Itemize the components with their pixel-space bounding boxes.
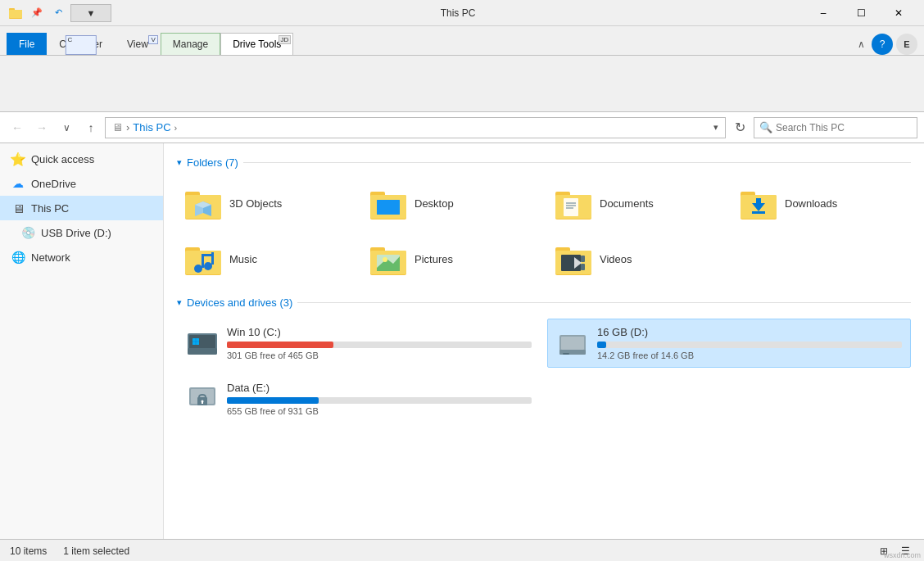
status-bar: 10 items 1 item selected ⊞ ☰ <box>0 539 924 561</box>
folders-section-header[interactable]: ▾ Folders (7) <box>177 156 911 169</box>
drive-c-space: 301 GB free of 465 GB <box>227 351 532 360</box>
folder-videos-label: Videos <box>600 253 632 265</box>
drive-c-name: Win 10 (C:) <box>227 326 532 338</box>
folder-pictures-label: Pictures <box>414 253 453 265</box>
ribbon: File Computer C View V Manage Drive Tool… <box>0 26 924 112</box>
pin-icon[interactable]: 📌 <box>28 4 46 22</box>
content-area: ▾ Folders (7) <box>164 143 924 539</box>
expand-nav-button[interactable]: ∨ <box>56 117 77 138</box>
refresh-button[interactable]: ↻ <box>729 117 750 138</box>
tab-file[interactable]: File <box>7 33 47 55</box>
folder-videos[interactable]: Videos <box>547 234 726 283</box>
folder-pictures[interactable]: Pictures <box>362 234 541 283</box>
folder-music[interactable]: Music <box>177 234 356 283</box>
tab-computer[interactable]: Computer C <box>47 33 115 55</box>
folder-desktop-icon <box>369 183 408 223</box>
window-controls: – ☐ ✕ <box>804 0 917 26</box>
folder-pictures-icon <box>369 239 408 278</box>
drive-e-name: Data (E:) <box>227 382 532 394</box>
undo-icon[interactable]: ↶ <box>49 4 67 22</box>
drive-c-bar-bg <box>227 342 532 348</box>
drive-e-icon <box>186 382 219 415</box>
sidebar-item-quick-access[interactable]: ⭐ Quick access <box>0 147 163 171</box>
usb-icon: 💿 <box>20 224 36 241</box>
folder-3dobjects-icon <box>183 183 223 223</box>
drive-e-space: 655 GB free of 931 GB <box>227 406 532 416</box>
folder-3dobjects[interactable]: 3D Objects <box>177 179 356 228</box>
maximize-button[interactable]: ☐ <box>842 0 880 26</box>
up-button[interactable]: ↑ <box>80 117 102 138</box>
svg-rect-57 <box>563 353 569 355</box>
folder-music-label: Music <box>229 253 257 265</box>
svg-point-30 <box>194 265 202 273</box>
ribbon-expand-button[interactable]: ∧ <box>854 35 868 53</box>
drive-d[interactable]: 16 GB (D:) 14.2 GB free of 14.6 GB <box>547 319 911 368</box>
user-avatar[interactable]: E <box>896 34 917 55</box>
ribbon-tabs: File Computer C View V Manage Drive Tool… <box>0 26 924 56</box>
sidebar: ⭐ Quick access ☁ OneDrive 🖥 This PC 💿 US… <box>0 143 164 539</box>
devices-chevron-icon: ▾ <box>177 297 182 308</box>
folder-downloads[interactable]: Downloads <box>732 179 911 228</box>
search-box[interactable]: 🔍 <box>754 117 917 138</box>
ribbon-content <box>0 56 924 111</box>
svg-rect-13 <box>377 200 400 215</box>
folders-header-label: Folders (7) <box>187 156 238 169</box>
tab-computer-badge: C <box>66 35 97 55</box>
tab-view-badge: V <box>148 35 157 44</box>
sidebar-item-onedrive[interactable]: ☁ OneDrive <box>0 171 163 196</box>
address-dropdown-arrow[interactable]: ▾ <box>713 122 718 133</box>
drive-d-info: 16 GB (D:) 14.2 GB free of 14.6 GB <box>597 326 902 360</box>
svg-rect-25 <box>756 198 761 205</box>
devices-header-label: Devices and drives (3) <box>187 296 292 309</box>
sidebar-item-usb-drive[interactable]: 💿 USB Drive (D:) <box>0 220 163 245</box>
folder-desktop[interactable]: Desktop <box>362 179 541 228</box>
main-layout: ⭐ Quick access ☁ OneDrive 🖥 This PC 💿 US… <box>0 143 924 539</box>
tab-drivetools[interactable]: Drive Tools JD <box>220 33 293 55</box>
sidebar-item-network[interactable]: 🌐 Network <box>0 245 163 269</box>
tab-manage[interactable]: Manage <box>161 33 220 55</box>
folder-documents-icon <box>554 183 593 223</box>
help-button[interactable]: ? <box>872 34 893 55</box>
forward-button[interactable]: → <box>31 117 52 138</box>
drive-c[interactable]: Win 10 (C:) 301 GB free of 465 GB <box>177 319 541 368</box>
svg-point-31 <box>204 262 212 270</box>
star-icon: ⭐ <box>10 151 26 167</box>
address-path[interactable]: 🖥 › This PC › ▾ <box>105 117 726 138</box>
svg-point-40 <box>383 257 387 262</box>
tab-view[interactable]: View V <box>115 33 161 55</box>
svg-rect-26 <box>752 211 765 214</box>
back-button[interactable]: ← <box>7 117 28 138</box>
minimize-button[interactable]: – <box>804 0 842 26</box>
devices-section-header[interactable]: ▾ Devices and drives (3) <box>177 296 911 309</box>
folder-icon[interactable] <box>7 4 25 22</box>
drive-d-bar-bg <box>597 342 902 348</box>
folder-music-icon <box>183 239 223 278</box>
drive-c-bar-fill <box>227 342 333 348</box>
cloud-icon: ☁ <box>10 175 26 192</box>
tab-drivetools-badge: JD <box>279 35 292 44</box>
svg-rect-55 <box>561 337 584 350</box>
folder-documents[interactable]: Documents <box>547 179 726 228</box>
drive-e-bar-bg <box>227 397 532 404</box>
sidebar-item-this-pc[interactable]: 🖥 This PC <box>0 196 163 220</box>
drive-d-name: 16 GB (D:) <box>597 326 902 338</box>
drive-e-info: Data (E:) 655 GB free of 931 GB <box>227 382 532 416</box>
folder-downloads-label: Downloads <box>785 197 837 210</box>
title-bar: 📌 ↶ ▼ This PC – ☐ ✕ <box>0 0 924 26</box>
path-this-pc[interactable]: This PC <box>133 121 170 133</box>
svg-rect-34 <box>202 254 214 256</box>
folder-videos-icon <box>554 239 593 278</box>
svg-rect-47 <box>581 264 585 270</box>
qat-bar[interactable]: ▼ <box>70 4 111 22</box>
drive-d-bar-fill <box>597 342 606 348</box>
close-button[interactable]: ✕ <box>880 0 917 26</box>
title-bar-left: 📌 ↶ ▼ <box>7 4 111 22</box>
watermark: wsxdn.com <box>884 551 921 559</box>
folders-grid: 3D Objects Desktop <box>177 179 911 283</box>
address-bar: ← → ∨ ↑ 🖥 › This PC › ▾ ↻ 🔍 <box>0 112 924 143</box>
window-title: This PC <box>111 7 804 19</box>
drives-grid: Win 10 (C:) 301 GB free of 465 GB <box>177 319 911 423</box>
drive-e[interactable]: Data (E:) 655 GB free of 931 GB <box>177 374 541 423</box>
folder-desktop-label: Desktop <box>414 197 454 210</box>
search-input[interactable] <box>776 122 912 133</box>
